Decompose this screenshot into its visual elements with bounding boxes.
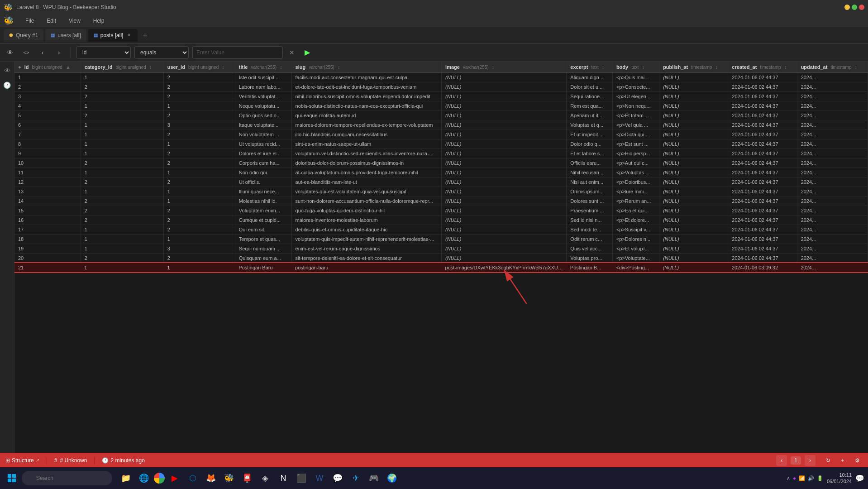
taskbar-app-files[interactable]: 📁	[118, 470, 134, 486]
menu-help[interactable]: Help	[91, 17, 107, 25]
col-header-publish-at[interactable]: publish_at timestamp ↕	[659, 62, 728, 73]
close-button[interactable]	[859, 5, 864, 10]
table-row[interactable]: 1712Qui eum sit.debitis-quis-et-omnis-cu…	[14, 225, 868, 235]
toolbar-separator	[71, 47, 71, 58]
filter-op-select[interactable]: equals contains starts with	[134, 46, 189, 59]
col-header-updated-at[interactable]: updated_at timestamp ↕	[797, 62, 868, 73]
minimize-button[interactable]	[844, 5, 850, 10]
table-row[interactable]: 1522Voluptatem enim...quo-fuga-voluptas-…	[14, 206, 868, 216]
table-row[interactable]: 2111Postingan Barupostingan-barupost-ima…	[14, 263, 868, 273]
taskbar-app-browser2[interactable]: 🌍	[384, 470, 400, 486]
table-row[interactable]: 2022Quisquam eum a...sit-tempore-delenit…	[14, 254, 868, 263]
table-row[interactable]: 1421Molestias nihil id.sunt-non-dolorem-…	[14, 197, 868, 206]
taskbar-app-chrome[interactable]	[154, 473, 165, 484]
col-header-created-at[interactable]: created_at timestamp ↕	[728, 62, 797, 73]
taskbar-app-youtube[interactable]: ▶	[167, 470, 183, 486]
menu-file[interactable]: File	[23, 17, 37, 25]
taskbar-app-notion[interactable]: N	[275, 470, 291, 486]
table-area[interactable]: ● id bigint unsigned ▲ category_id bigin…	[14, 62, 868, 453]
tab-users[interactable]: ▦ users [all]	[45, 29, 86, 42]
page-next-button[interactable]: ›	[805, 455, 816, 466]
taskbar-app-postman[interactable]: 📮	[239, 470, 255, 486]
table-row[interactable]: 222Labore nam labo...et-dolore-iste-odit…	[14, 82, 868, 92]
filter-column-select[interactable]: id category_id user_id title	[76, 46, 131, 59]
notification-icon[interactable]: 💬	[855, 474, 864, 483]
table-row[interactable]: 1913Sequi numquam ...enim-est-vel-rerum-…	[14, 244, 868, 254]
table-cell: 1	[163, 235, 235, 244]
col-header-title[interactable]: title varchar(255) ↕	[235, 62, 291, 73]
table-cell: (NULL)	[659, 149, 728, 158]
add-row-button[interactable]: +	[837, 455, 848, 466]
table-row[interactable]: 112Iste odit suscipit ...facilis-modi-au…	[14, 73, 868, 82]
table-row[interactable]: 613Itaque voluptate...maiores-dolorem-te…	[14, 120, 868, 130]
table-cell: 2024...	[797, 92, 868, 101]
taskbar-app-beekeeper[interactable]: 🐝	[221, 470, 237, 486]
table-row[interactable]: 1022Corporis cum ha...doloribus-dolor-do…	[14, 158, 868, 168]
table-cell: 2024-01-06 02:44:37	[728, 158, 797, 168]
table-row[interactable]: 811Ut voluptas recid...sint-ea-enim-natu…	[14, 139, 868, 149]
col-header-excerpt[interactable]: excerpt text ↕	[567, 62, 613, 73]
filter-value-input[interactable]	[192, 46, 283, 59]
table-cell: 2	[163, 158, 235, 168]
table-cell: Tempore et quas...	[235, 235, 291, 244]
table-row[interactable]: 522Optio quos sed o...qui-eaque-molittia…	[14, 111, 868, 120]
code-button[interactable]: <>	[20, 46, 33, 59]
col-header-body[interactable]: body text ↕	[612, 62, 659, 73]
structure-status[interactable]: ⊞ Structure ↗	[5, 457, 39, 464]
nav-left-button[interactable]: ‹	[36, 46, 49, 59]
taskbar-app-discord[interactable]: 🎮	[366, 470, 382, 486]
table-row[interactable]: 322Veritatis voluptat...nihil-doloribus-…	[14, 92, 868, 101]
table-cell: (NULL)	[442, 73, 567, 82]
sidebar-history-icon[interactable]: 🕐	[2, 80, 13, 91]
taskbar-app-whatsapp[interactable]: 💬	[329, 470, 346, 486]
maximize-button[interactable]	[852, 5, 857, 10]
table-row[interactable]: 1811Tempore et quas...voluptatem-quis-im…	[14, 235, 868, 244]
table-cell: Sed id nisi n...	[567, 216, 613, 225]
tab-query1[interactable]: ⬢ Query #1	[4, 29, 43, 42]
table-row[interactable]: 1311Illum quasi nece...voluptates-qui-es…	[14, 187, 868, 197]
tab-posts[interactable]: ▦ posts [all] ✕	[88, 29, 138, 42]
taskbar-app-figma[interactable]: ◈	[257, 470, 273, 486]
col-header-user-id[interactable]: user_id bigint unsigned ↕	[163, 62, 235, 73]
taskbar-search-input[interactable]	[22, 471, 112, 485]
window-controls[interactable]	[844, 5, 864, 10]
col-header-id[interactable]: ● id bigint unsigned ▲	[14, 62, 81, 73]
col-header-slug[interactable]: slug varchar(255) ↕	[291, 62, 442, 73]
taskbar-app-telegram[interactable]: ✈	[348, 470, 364, 486]
table-row[interactable]: 411Neque voluptatu...nobis-soluta-distin…	[14, 101, 868, 111]
table-cell: (NULL)	[659, 206, 728, 216]
taskbar-search-wrap[interactable]: 🔍	[22, 471, 112, 485]
page-prev-button[interactable]: ‹	[776, 455, 787, 466]
column-header-row: ● id bigint unsigned ▲ category_id bigin…	[14, 62, 868, 73]
tab-close-button[interactable]: ✕	[126, 32, 132, 38]
table-cell: (NULL)	[442, 254, 567, 263]
table-row[interactable]: 1111Non odio qui.at-culpa-voluptatum-omn…	[14, 168, 868, 177]
sidebar-eye-icon[interactable]: 👁	[2, 65, 13, 76]
taskbar-app-terminal[interactable]: ⬛	[293, 470, 310, 486]
table-row[interactable]: 912Dolores et iure el...voluptatum-vel-d…	[14, 149, 868, 158]
filter-clear-button[interactable]: ✕	[286, 47, 297, 58]
menu-edit[interactable]: Edit	[44, 17, 59, 25]
settings-button[interactable]: ⚙	[852, 455, 863, 466]
menu-view[interactable]: View	[66, 17, 83, 25]
start-button[interactable]	[4, 470, 20, 486]
table-cell: <p>Consecte...	[612, 82, 659, 92]
refresh-button[interactable]: ↻	[823, 455, 834, 466]
table-row[interactable]: 1622Cumque et cupid...maiores-inventore-…	[14, 216, 868, 225]
new-tab-button[interactable]: +	[139, 30, 150, 41]
table-cell: 2024-01-06 02:44:37	[728, 130, 797, 139]
col-header-image[interactable]: image varchar(255) ↕	[442, 62, 567, 73]
taskbar-app-git[interactable]: 🦊	[203, 470, 219, 486]
table-row[interactable]: 1222Ut officiis.aut-ea-blanditiis-nam-is…	[14, 177, 868, 187]
taskbar-app-vscode[interactable]: ⬡	[185, 470, 201, 486]
nav-right-button[interactable]: ›	[52, 46, 65, 59]
eye-button[interactable]: 👁	[4, 46, 16, 59]
taskbar-app-edge[interactable]: 🌐	[136, 470, 152, 486]
table-row[interactable]: 712Non voluptatem ...illo-hic-blanditiis…	[14, 130, 868, 139]
table-cell: 1	[163, 263, 235, 273]
table-cell: 21	[14, 263, 81, 273]
run-query-button[interactable]: ▶	[301, 46, 314, 59]
table-cell: (NULL)	[659, 158, 728, 168]
taskbar-app-word[interactable]: W	[311, 470, 328, 486]
col-header-category-id[interactable]: category_id bigint unsigned ↕	[81, 62, 163, 73]
